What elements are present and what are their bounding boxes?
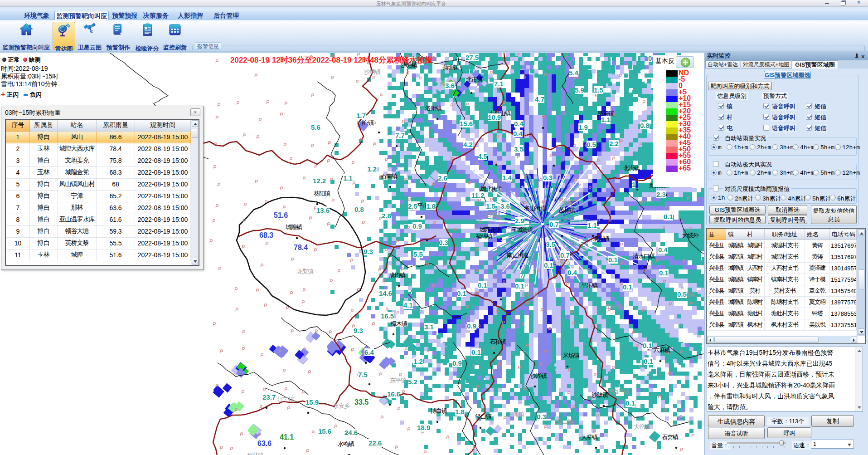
svg-text:c: c (91, 29, 93, 34)
